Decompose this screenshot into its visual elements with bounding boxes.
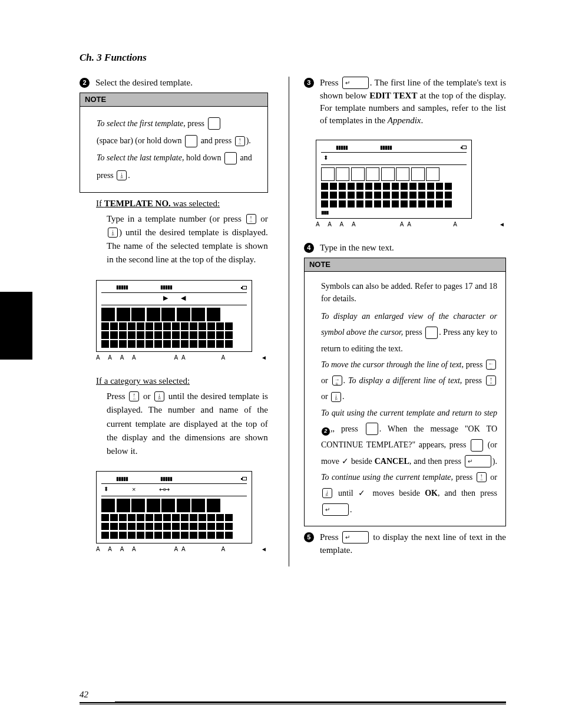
- f3: A: [221, 354, 226, 362]
- ok-label: OK: [425, 489, 438, 498]
- step-3: 3 Press ↵. The first line of the templat…: [304, 77, 506, 127]
- l4i: To quit using the current template and r…: [321, 409, 497, 417]
- f4c: ◄: [499, 220, 506, 229]
- l3p: press: [466, 360, 485, 369]
- note1-line3-tail: hold down: [184, 153, 223, 162]
- f2c: A A: [400, 220, 412, 229]
- keycap-down-arrow: ⎘: [108, 228, 118, 238]
- l5th: , and then press: [438, 489, 497, 498]
- f3b: A: [221, 545, 226, 554]
- n2-l2: To display an enlarged view of the chara…: [321, 308, 497, 357]
- note1-line3-ital: To select the last template,: [97, 153, 184, 162]
- f1: A A A A: [96, 354, 140, 362]
- step-2: 2 Select the desired template.: [80, 77, 268, 89]
- keycap-up-arrow: ⌂: [235, 136, 245, 146]
- s5a: Press: [320, 532, 342, 542]
- l5u: until: [333, 489, 358, 498]
- keycap-enter: ↵: [322, 503, 349, 516]
- step-3-text: Press ↵. The first line of the template'…: [320, 77, 506, 127]
- keycap-blank: [224, 152, 237, 164]
- keycap-right-arrow: →⎘: [332, 375, 342, 386]
- footer-rule: [80, 702, 506, 704]
- l5pd: .: [350, 505, 352, 514]
- note1-line2-head: (space bar) (or hold down: [97, 136, 184, 145]
- if-template-section: If TEMPLATE NO. was selected: Type in a …: [96, 197, 268, 267]
- note-header: NOTE: [80, 93, 267, 107]
- step-2-text: Select the desired template.: [95, 77, 268, 89]
- f2b: A A: [174, 545, 187, 554]
- t-pre: If: [96, 199, 104, 208]
- f1c: A A A A: [316, 220, 359, 229]
- page: Ch. 3 Functions 2 Select the desired tem…: [0, 0, 562, 728]
- step-number-5: 5: [304, 532, 314, 542]
- cancel-label: CANCEL: [375, 457, 409, 466]
- l3bpd: .: [342, 392, 345, 401]
- lcd-illustration-1: ▮▮▮▮▮▮▮▮▮▮ ▶◀ A A A AA AA◄: [96, 280, 268, 363]
- lcd-illustration-3: ▮▮▮▮▮▮▮▮▮▮ ⬍ ▮▮▮▮ A A A AA AA◄: [316, 140, 506, 229]
- keycap-enter: ↵: [342, 77, 369, 89]
- step-number-2: 2: [80, 78, 90, 88]
- keycap-blank: [366, 423, 378, 435]
- l5m: moves beside: [368, 489, 425, 498]
- keycap-up-arrow: ⌂: [486, 375, 496, 386]
- l4t: , press: [332, 424, 364, 433]
- note-box-1: NOTE To select the first template, press…: [80, 93, 268, 193]
- check-icon: ✓: [358, 488, 368, 498]
- note1-line2-tail: ).: [246, 136, 251, 145]
- l3pd: .: [343, 376, 348, 385]
- tb1: Type in a template number (or press: [107, 214, 245, 223]
- t-bold: TEMPLATE NO.: [104, 199, 171, 208]
- n2-l3: To move the cursor through the line of t…: [321, 357, 497, 405]
- l4b: beside: [349, 457, 374, 466]
- chapter-title: Ch. 3 Functions: [80, 52, 506, 64]
- f4: ◄: [261, 354, 268, 362]
- s3e: Appendix: [388, 116, 421, 125]
- keycap-left-arrow: ←⌂: [486, 360, 496, 370]
- lcd-illustration-2: ▮▮▮▮▮▮▮▮▮▮ ⬍×↤↦ A A A AA AA◄: [96, 471, 268, 554]
- n2-l4: To quit using the current template and r…: [321, 405, 497, 518]
- step-5: 5 Press ↵ to display the next line of te…: [304, 531, 506, 556]
- check-icon: ✓: [342, 456, 349, 466]
- keycap-up-arrow: ⌂: [246, 214, 256, 224]
- tor: or: [257, 214, 268, 223]
- note1-line1-tail: press: [186, 119, 207, 128]
- if-template-body: Type in a template number (or press ⌂ or…: [107, 212, 268, 267]
- f4b: ◄: [261, 545, 268, 554]
- if-template-head: If TEMPLATE NO. was selected:: [96, 197, 268, 210]
- l5i: To continue using the current template,: [321, 473, 453, 482]
- l2t: press: [403, 328, 424, 337]
- left-column: 2 Select the desired template. NOTE To s…: [80, 77, 268, 566]
- f2: A A: [174, 354, 187, 362]
- l3bo: or: [321, 392, 330, 401]
- l5o: or: [488, 473, 497, 482]
- note1-line4: press: [97, 171, 115, 180]
- step-number-4: 4: [304, 243, 314, 253]
- step-4: 4 Type in the new text.: [304, 242, 506, 254]
- l3o: or: [321, 376, 331, 385]
- if-category-section: If a category was selected: Press ⌂ or ⎘…: [96, 375, 268, 458]
- f1b: A A A A: [96, 545, 140, 554]
- s3c: EDIT TEXT: [369, 91, 417, 100]
- two-column-body: 2 Select the desired template. NOTE To s…: [80, 77, 506, 566]
- cb1: Press: [107, 391, 128, 401]
- cor: or: [140, 391, 153, 401]
- keycap-down-arrow: ⎘: [154, 391, 164, 401]
- if-category-body: Press ⌂ or ⎘ until the desired template …: [107, 390, 268, 458]
- step-number-3: 3: [304, 78, 314, 88]
- keycap-down-arrow: ⎘: [331, 392, 341, 402]
- keycap-down-arrow: ⎘: [322, 488, 332, 498]
- note1-line2-mid: and press: [199, 136, 234, 145]
- step-5-text: Press ↵ to display the next line of text…: [320, 531, 506, 556]
- l4c: ).: [492, 457, 497, 466]
- note-body-1: To select the first template, press (spa…: [80, 107, 267, 192]
- note1-line4-tail: .: [128, 171, 130, 180]
- n2-l1: Symbols can also be added. Refer to page…: [321, 280, 497, 305]
- keycap-enter: ↵: [342, 531, 369, 543]
- note1-line3-end: and: [238, 153, 252, 162]
- keycap-blank: [208, 117, 220, 130]
- keycap-down-arrow: ⎘: [117, 170, 127, 180]
- keycap-up-arrow: ⌂: [129, 391, 139, 401]
- note-header-2: NOTE: [305, 258, 505, 272]
- keycap-up-arrow: ⌂: [477, 472, 487, 482]
- l5p: press: [453, 473, 475, 482]
